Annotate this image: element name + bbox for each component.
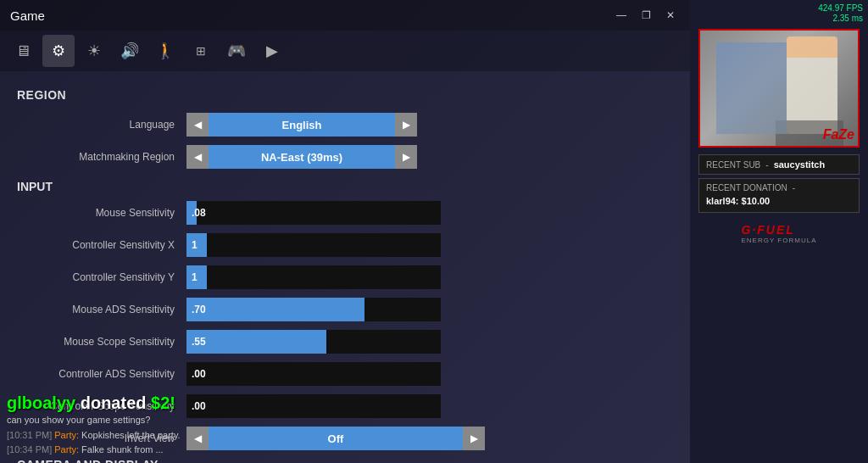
invert-view-row: Invert View ◀ Off ▶	[0, 422, 690, 455]
tab-brightness[interactable]: ☀	[78, 35, 110, 67]
region-header: Region	[0, 85, 690, 109]
matchmaking-prev-button[interactable]: ◀	[186, 145, 209, 169]
controller-sensitivity-y-label: Controller Sensitivity Y	[17, 271, 186, 283]
controller-sensitivity-x-label: Controller Sensitivity X	[17, 239, 186, 251]
controller-scope-sensitivity-label: Controller Scope Sensitivity	[17, 400, 186, 412]
controller-ads-sensitivity-value: .00	[186, 368, 206, 380]
mouse-sensitivity-row: Mouse Sensitivity .08	[0, 197, 690, 229]
controller-scope-sensitivity-bar[interactable]: .00	[186, 394, 441, 418]
recent-sub-dash: -	[765, 160, 768, 170]
recent-sub-value: saucystitch	[774, 159, 826, 170]
matchmaking-display: NA-East (39ms)	[209, 145, 395, 169]
controller-sensitivity-x-row: Controller Sensitivity X 1	[0, 229, 690, 261]
mouse-scope-sensitivity-value: .55	[186, 336, 206, 348]
mouse-scope-sensitivity-label: Mouse Scope Sensitivity	[17, 336, 186, 348]
mouse-sensitivity-bar[interactable]: .08	[186, 201, 441, 225]
mouse-scope-sensitivity-row: Mouse Scope Sensitivity .55	[0, 326, 690, 358]
settings-content: Region Language ◀ English ▶ Matchmaking …	[0, 71, 690, 463]
input-header: Input	[0, 173, 690, 197]
recent-donation-value: klarl94: $10.00	[706, 196, 770, 206]
recent-donation-banner: RECENT DONATION - klarl94: $10.00	[698, 178, 860, 213]
mouse-ads-sensitivity-value: .70	[186, 304, 206, 315]
mouse-sensitivity-value: .08	[186, 207, 206, 219]
matchmaking-value: NA-East (39ms)	[261, 151, 342, 164]
recent-sub-row: RECENT SUB - saucystitch	[706, 159, 852, 170]
invert-view-display: Off	[209, 427, 463, 450]
mouse-scope-sensitivity-bar[interactable]: .55	[186, 330, 441, 354]
camera-display-header: Camera and Display	[0, 455, 690, 463]
tab-video[interactable]: ▶	[256, 35, 288, 67]
controller-sensitivity-y-bar[interactable]: 1	[186, 265, 441, 289]
invert-view-value: Off	[328, 432, 344, 445]
faze-logo: FaZe	[823, 127, 854, 142]
controller-ads-sensitivity-row: Controller ADS Sensitivity .00	[0, 358, 690, 390]
tab-controller[interactable]: 🎮	[220, 35, 253, 67]
game-panel: Game — ❐ ✕ 🖥 ⚙ ☀ 🔊 🚶 ⊞ 🎮 ▶ Region Langua…	[0, 0, 690, 463]
invert-view-prev-button[interactable]: ◀	[186, 427, 209, 450]
gfuel-subtitle: ENERGY FORMULA	[742, 237, 817, 244]
controller-scope-sensitivity-value: .00	[186, 400, 206, 412]
gfuel-logo-text: G·FUEL	[742, 223, 817, 237]
tab-bar: 🖥 ⚙ ☀ 🔊 🚶 ⊞ 🎮 ▶	[0, 31, 690, 71]
title-bar: Game — ❐ ✕	[0, 0, 690, 31]
language-next-button[interactable]: ▶	[395, 113, 417, 137]
ms-value: 2.35 ms	[818, 14, 863, 24]
recent-donation-label: RECENT DONATION	[706, 183, 787, 192]
recent-sub-label: RECENT SUB	[706, 160, 760, 170]
tab-monitor[interactable]: 🖥	[7, 35, 39, 67]
right-sidebar: 424.97 FPS 2.35 ms FaZe RECENT SUB - sau…	[690, 0, 868, 463]
matchmaking-next-button[interactable]: ▶	[395, 145, 417, 169]
fps-display: 424.97 FPS 2.35 ms	[818, 3, 863, 24]
invert-view-label: Invert View	[17, 432, 186, 444]
mouse-ads-sensitivity-bar[interactable]: .70	[186, 298, 441, 321]
controller-scope-sensitivity-row: Controller Scope Sensitivity .00	[0, 390, 690, 422]
controller-ads-sensitivity-bar[interactable]: .00	[186, 362, 441, 386]
controller-sensitivity-x-bar[interactable]: 1	[186, 233, 441, 257]
language-label: Language	[17, 119, 186, 131]
restore-button[interactable]: ❐	[637, 8, 656, 23]
gfuel-sponsor: G·FUEL ENERGY FORMULA	[698, 220, 860, 248]
language-value: English	[282, 119, 322, 131]
language-display: English	[209, 113, 395, 137]
controller-sensitivity-x-value: 1	[186, 239, 198, 251]
matchmaking-label: Matchmaking Region	[17, 151, 186, 163]
tab-grid[interactable]: ⊞	[185, 35, 217, 67]
mouse-sensitivity-label: Mouse Sensitivity	[17, 207, 186, 219]
recent-donation-dash: -	[793, 183, 795, 192]
matchmaking-row: Matchmaking Region ◀ NA-East (39ms) ▶	[0, 141, 690, 173]
mouse-ads-sensitivity-label: Mouse ADS Sensitivity	[17, 304, 186, 315]
recent-donation-row: RECENT DONATION -	[706, 183, 852, 192]
tab-sound[interactable]: 🔊	[114, 35, 146, 67]
stream-preview: FaZe	[698, 29, 860, 148]
minimize-button[interactable]: —	[611, 8, 632, 23]
controller-sensitivity-y-value: 1	[186, 271, 198, 283]
language-prev-button[interactable]: ◀	[186, 113, 209, 137]
language-row: Language ◀ English ▶	[0, 109, 690, 141]
recent-sub-banner: RECENT SUB - saucystitch	[698, 154, 860, 175]
window-controls: — ❐ ✕	[611, 8, 680, 23]
window-title: Game	[10, 8, 45, 23]
person-figure	[787, 36, 837, 134]
mouse-ads-sensitivity-row: Mouse ADS Sensitivity .70	[0, 293, 690, 326]
tab-accessibility[interactable]: 🚶	[149, 35, 181, 67]
screen-bg	[716, 42, 787, 135]
invert-view-next-button[interactable]: ▶	[463, 427, 485, 450]
close-button[interactable]: ✕	[661, 8, 680, 23]
fps-value: 424.97 FPS	[818, 3, 863, 14]
controller-ads-sensitivity-label: Controller ADS Sensitivity	[17, 368, 186, 380]
tab-gear[interactable]: ⚙	[42, 35, 75, 67]
controller-sensitivity-y-row: Controller Sensitivity Y 1	[0, 261, 690, 293]
